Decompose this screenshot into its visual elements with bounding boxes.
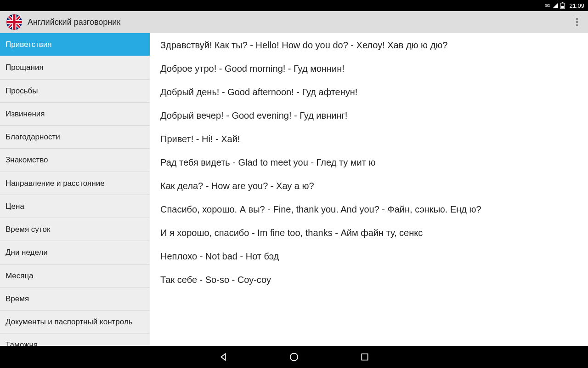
svg-point-4 — [290, 353, 298, 361]
sidebar-item[interactable]: Документы и паспортный контроль — [0, 310, 150, 334]
phrase-item[interactable]: Здравствуй! Как ты? - Hello! How do you … — [160, 40, 583, 51]
sidebar-item[interactable]: Дни недели — [0, 241, 150, 264]
app-title: Английский разговорник — [28, 17, 565, 27]
phrase-item[interactable]: И я хорошо, спасибо - Im fine too, thank… — [160, 227, 583, 239]
network-type-label: 3G — [544, 3, 550, 8]
android-status-bar: 3G 21:09 — [0, 0, 588, 11]
phrase-list[interactable]: Здравствуй! Как ты? - Hello! How do you … — [150, 33, 588, 346]
content-area: ПриветствияПрощанияПросьбыИзвиненияБлаго… — [0, 33, 588, 346]
app-icon-uk-flag — [6, 14, 22, 30]
sidebar-item[interactable]: Время — [0, 288, 150, 310]
category-sidebar[interactable]: ПриветствияПрощанияПросьбыИзвиненияБлаго… — [0, 33, 150, 346]
battery-icon — [560, 2, 565, 9]
phrase-item[interactable]: Добрый вечер! - Good evening! - Гуд ивни… — [160, 110, 583, 121]
phrase-item[interactable]: Как дела? - How are you? - Хау а ю? — [160, 180, 583, 192]
sidebar-item[interactable]: Прощания — [0, 56, 150, 79]
phrase-item[interactable]: Доброе утро! - Good morning! - Гуд монни… — [160, 63, 583, 75]
back-button[interactable] — [218, 351, 229, 362]
sidebar-item[interactable]: Приветствия — [0, 33, 150, 56]
overflow-menu-button[interactable] — [571, 15, 583, 29]
sidebar-item[interactable]: Месяца — [0, 264, 150, 288]
sidebar-item[interactable]: Знакомство — [0, 149, 150, 172]
recent-apps-button[interactable] — [359, 351, 370, 362]
home-button[interactable] — [288, 351, 300, 362]
sidebar-item[interactable]: Цена — [0, 195, 150, 218]
sidebar-item[interactable]: Таможня — [0, 334, 150, 346]
svg-rect-2 — [561, 6, 564, 8]
phrase-item[interactable]: Так себе - So-so - Соу-соу — [160, 274, 583, 286]
phrase-item[interactable]: Рад тебя видеть - Glad to meet you - Гле… — [160, 157, 583, 168]
sidebar-item[interactable]: Просьбы — [0, 80, 150, 103]
sidebar-item[interactable]: Направление и расстояние — [0, 172, 150, 195]
signal-icon — [552, 2, 559, 9]
sidebar-item[interactable]: Время суток — [0, 218, 150, 241]
sidebar-item[interactable]: Извинения — [0, 103, 150, 126]
app-bar: Английский разговорник — [0, 11, 588, 33]
phrase-item[interactable]: Привет! - Hi! - Хай! — [160, 133, 583, 145]
clock: 21:09 — [569, 2, 584, 9]
phrase-item[interactable]: Спасибо, хорошо. А вы? - Fine, thank you… — [160, 204, 583, 215]
svg-rect-1 — [562, 2, 564, 3]
sidebar-item[interactable]: Благодарности — [0, 126, 150, 149]
phrase-item[interactable]: Добрый день! - Good afternoon! - Гуд афт… — [160, 86, 583, 98]
svg-rect-5 — [362, 354, 368, 360]
phrase-item[interactable]: Неплохо - Not bad - Нот бэд — [160, 251, 583, 262]
android-navigation-bar — [0, 346, 588, 368]
